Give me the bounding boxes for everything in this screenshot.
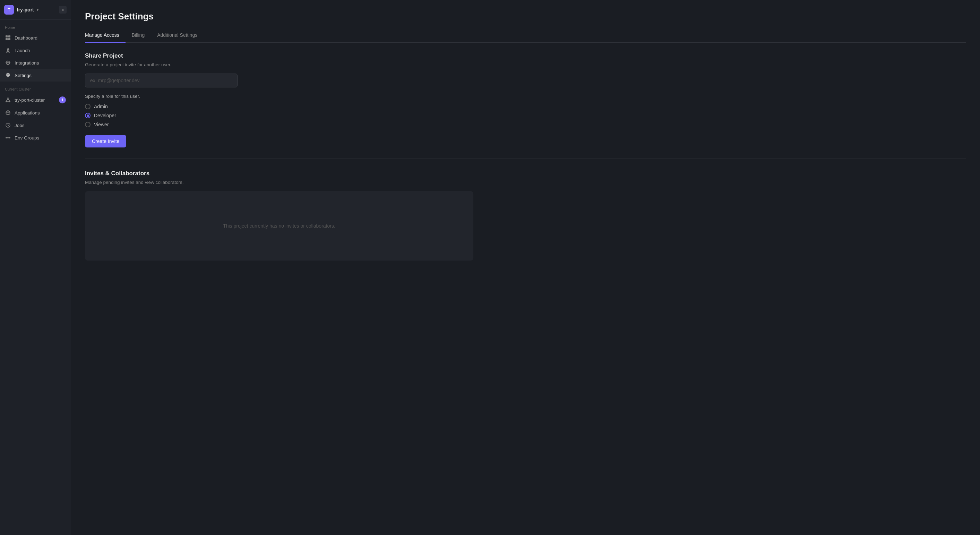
brand-avatar: T [4,5,14,14]
sidebar-item-dashboard[interactable]: Dashboard [0,32,71,44]
sidebar-item-settings[interactable]: Settings [0,69,71,81]
svg-line-14 [8,99,10,101]
share-project-title: Share Project [85,53,966,59]
svg-point-20 [6,137,7,139]
section-divider [85,159,966,159]
clock-icon [5,122,11,128]
page-title: Project Settings [85,11,966,22]
grid-icon [5,35,11,41]
role-label: Specify a role for this user. [85,94,966,99]
brand-name: try-port [17,7,34,13]
gear-icon [5,72,11,78]
sidebar-item-jobs[interactable]: Jobs [0,119,71,132]
globe-icon [5,110,11,116]
plug-icon [5,60,11,66]
invites-collaborators-section: Invites & Collaborators Manage pending i… [85,170,966,261]
invites-collaborators-title: Invites & Collaborators [85,170,966,177]
share-project-description: Generate a project invite for another us… [85,62,966,67]
brand-chevron-icon: ▾ [37,8,38,12]
create-invite-button[interactable]: Create Invite [85,135,126,148]
tabs-bar: Manage Access Billing Additional Setting… [85,29,966,43]
svg-point-21 [7,137,9,139]
sidebar-item-launch-label: Launch [14,48,30,53]
sidebar-item-integrations-label: Integrations [14,61,39,65]
sidebar-brand[interactable]: T try-port ▾ [4,5,38,14]
main-content: Project Settings Manage Access Billing A… [71,0,980,535]
developer-radio-circle [85,113,91,118]
sidebar-item-env-groups-label: Env Groups [14,135,39,140]
svg-point-22 [9,137,10,139]
email-input[interactable] [85,73,237,88]
sidebar-item-cluster-label: try-port-cluster [14,97,45,103]
nodes-icon [5,97,11,103]
viewer-radio-label: Viewer [94,122,109,127]
sidebar-item-settings-label: Settings [14,73,32,78]
sidebar-item-applications-label: Applications [14,110,40,116]
sidebar-collapse-button[interactable]: « [59,6,67,14]
sidebar-item-integrations[interactable]: Integrations [0,57,71,69]
sidebar-item-launch[interactable]: Launch [0,44,71,57]
sidebar-item-env-groups[interactable]: Env Groups [0,132,71,144]
developer-radio-label: Developer [94,113,116,118]
role-radio-group: Admin Developer Viewer [85,104,966,127]
sidebar-item-applications[interactable]: Applications [0,107,71,119]
collaborators-empty-message: This project currently has no invites or… [223,223,335,229]
svg-rect-2 [6,38,8,40]
svg-rect-1 [8,35,10,37]
sidebar-item-jobs-label: Jobs [14,123,25,128]
role-developer[interactable]: Developer [85,113,966,118]
svg-line-13 [6,99,8,101]
svg-point-10 [7,97,9,99]
role-admin[interactable]: Admin [85,104,966,109]
rocket-icon [5,47,11,53]
sidebar-section-home: Home [0,20,71,32]
share-project-section: Share Project Generate a project invite … [85,53,966,148]
svg-rect-0 [6,35,8,37]
svg-rect-3 [8,38,10,40]
env-groups-icon [5,135,11,141]
viewer-radio-circle [85,122,91,127]
sidebar-item-dashboard-label: Dashboard [14,35,37,41]
tab-manage-access[interactable]: Manage Access [85,29,126,43]
invites-collaborators-description: Manage pending invites and view collabor… [85,180,966,185]
sidebar-item-cluster[interactable]: try-port-cluster 1 [0,93,71,107]
admin-radio-circle [85,104,91,109]
role-viewer[interactable]: Viewer [85,122,966,127]
svg-point-5 [7,62,9,64]
admin-radio-label: Admin [94,104,108,109]
cluster-badge: 1 [59,96,66,103]
collaborators-empty-state: This project currently has no invites or… [85,191,473,261]
tab-additional-settings[interactable]: Additional Settings [151,29,204,43]
tab-billing[interactable]: Billing [126,29,151,43]
sidebar-section-cluster: Current Cluster [0,81,71,93]
sidebar: T try-port ▾ « Home Dashboard Launch [0,0,71,535]
sidebar-header: T try-port ▾ « [0,0,71,20]
